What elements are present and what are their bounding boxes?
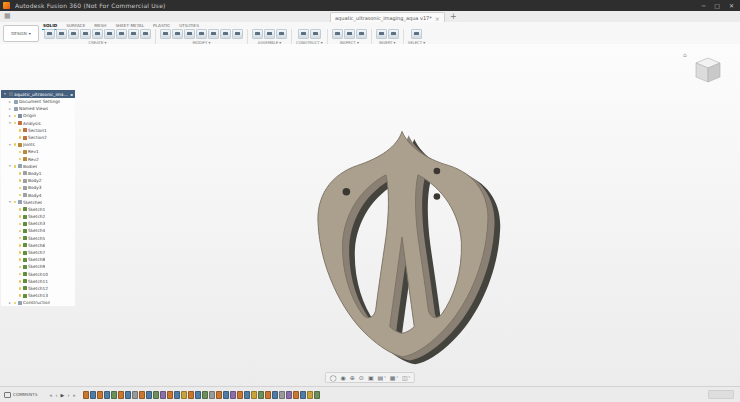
create-form-icon[interactable] — [68, 29, 79, 39]
extrude-icon[interactable] — [80, 29, 91, 39]
display-settings-icon[interactable]: ▤▾ — [378, 374, 386, 381]
step-back-button[interactable]: ‹ — [56, 391, 58, 399]
browser-item-document-settings[interactable]: ▸Document Settings — [1, 98, 75, 105]
viewport-canvas[interactable]: ⌂ ▾aquatic_ultrasonic_imaging_aqua v17▪▸… — [0, 44, 740, 387]
visibility-bulb-icon[interactable] — [19, 237, 22, 240]
visibility-bulb-icon[interactable] — [19, 208, 22, 211]
home-view-icon[interactable]: ⌂ — [683, 51, 687, 58]
browser-item-sketches[interactable]: ▾Sketches — [1, 199, 75, 206]
sweep-icon[interactable] — [104, 29, 115, 39]
browser-item-sketch9[interactable]: Sketch9 — [1, 263, 75, 270]
timeline-feature-extrude[interactable] — [90, 391, 96, 399]
hole-icon[interactable] — [128, 29, 139, 39]
select-icon[interactable] — [411, 29, 422, 39]
step-forward-button[interactable]: › — [67, 391, 69, 399]
browser-item-aquatic-ultrasonic-imaging-aqua-v17[interactable]: ▾aquatic_ultrasonic_imaging_aqua v17▪ — [1, 90, 75, 98]
maximize-button[interactable]: □ — [714, 2, 720, 9]
expand-caret-icon[interactable]: ▾ — [8, 143, 12, 147]
browser-item-sketch13[interactable]: Sketch13 — [1, 292, 75, 299]
browser-item-sketch4[interactable]: Sketch4 — [1, 227, 75, 234]
visibility-bulb-icon[interactable] — [14, 122, 17, 125]
visibility-bulb-icon[interactable] — [14, 115, 17, 118]
timeline-feature-hole[interactable] — [160, 391, 166, 399]
shell-icon[interactable] — [184, 29, 195, 39]
timeline-feature-sketch[interactable] — [188, 391, 194, 399]
visibility-bulb-icon[interactable] — [19, 273, 22, 276]
expand-caret-icon[interactable]: ▸ — [8, 114, 12, 118]
visibility-bulb-icon[interactable] — [19, 194, 22, 197]
rigid-group-icon[interactable] — [276, 29, 287, 39]
expand-caret-icon[interactable]: ▾ — [8, 164, 12, 168]
visibility-bulb-icon[interactable] — [19, 230, 22, 233]
timeline-feature-sketch[interactable] — [83, 391, 89, 399]
browser-item-sketch6[interactable]: Sketch6 — [1, 242, 75, 249]
timeline-feature-extrude[interactable] — [146, 391, 152, 399]
visibility-bulb-icon[interactable] — [19, 280, 22, 283]
visibility-bulb-icon[interactable] — [14, 201, 17, 204]
browser-item-section2[interactable]: Section2 — [1, 134, 75, 141]
timeline-feature-extrude[interactable] — [174, 391, 180, 399]
timeline-feature-combine[interactable] — [132, 391, 138, 399]
browser-item-rev1[interactable]: Rev1 — [1, 148, 75, 155]
timeline-feature-extrude[interactable] — [272, 391, 278, 399]
visibility-bulb-icon[interactable] — [19, 251, 22, 254]
browser-item-sketch8[interactable]: Sketch8 — [1, 256, 75, 263]
timeline-feature-sketch[interactable] — [293, 391, 299, 399]
comments-button[interactable]: COMMENTS — [4, 392, 37, 398]
timeline-feature-fillet[interactable] — [202, 391, 208, 399]
visibility-bulb-icon[interactable] — [14, 143, 17, 146]
browser-item-sketch12[interactable]: Sketch12 — [1, 285, 75, 292]
visibility-bulb-icon[interactable] — [19, 287, 22, 290]
visibility-bulb-icon[interactable] — [19, 136, 22, 139]
expand-caret-icon[interactable]: ▸ — [8, 107, 12, 111]
timeline-feature-joint[interactable] — [307, 391, 313, 399]
browser-item-joints[interactable]: ▾Joints — [1, 141, 75, 148]
insert-mesh-icon[interactable] — [388, 29, 399, 39]
visibility-bulb-icon[interactable] — [19, 223, 22, 226]
minimize-button[interactable]: ─ — [702, 2, 706, 9]
orbit-icon[interactable]: ◯ — [330, 374, 337, 381]
browser-item-sketch2[interactable]: Sketch2 — [1, 213, 75, 220]
timeline-zoom-handle[interactable] — [708, 390, 734, 399]
loft-icon[interactable] — [116, 29, 127, 39]
model-3d-view[interactable] — [303, 122, 501, 370]
new-component-icon[interactable] — [252, 29, 263, 39]
zoom-icon[interactable]: ⊙ — [359, 374, 364, 381]
timeline-feature-fillet[interactable] — [111, 391, 117, 399]
timeline-feature-fillet[interactable] — [258, 391, 264, 399]
timeline-feature-extrude[interactable] — [125, 391, 131, 399]
measure-icon[interactable] — [332, 29, 343, 39]
timeline-feature-extrude[interactable] — [195, 391, 201, 399]
pan-icon[interactable]: ⊕ — [350, 374, 355, 381]
expand-caret-icon[interactable]: ▸ — [8, 301, 12, 305]
split-body-icon[interactable] — [208, 29, 219, 39]
visibility-bulb-icon[interactable] — [14, 165, 17, 168]
visibility-bulb-icon[interactable] — [19, 258, 22, 261]
browser-item-body2[interactable]: Body2 — [1, 177, 75, 184]
offset-plane-icon[interactable] — [298, 29, 309, 39]
browser-item-section1[interactable]: Section1 — [1, 127, 75, 134]
timeline-feature-fillet[interactable] — [153, 391, 159, 399]
timeline-feature-fillet[interactable] — [314, 391, 320, 399]
close-button[interactable]: ✕ — [729, 2, 734, 9]
visibility-bulb-icon[interactable] — [19, 244, 22, 247]
visibility-bulb-icon[interactable] — [19, 151, 22, 154]
change-parameters-icon[interactable] — [232, 29, 243, 39]
browser-item-body3[interactable]: Body3 — [1, 184, 75, 191]
timeline-feature-sketch[interactable] — [139, 391, 145, 399]
timeline-feature-sketch[interactable] — [265, 391, 271, 399]
browser-item-body1[interactable]: Body1 — [1, 170, 75, 177]
visibility-bulb-icon[interactable] — [19, 187, 22, 190]
browser-item-construction[interactable]: ▸Construction — [1, 299, 75, 306]
grid-and-snaps-icon[interactable]: ▦▾ — [390, 374, 398, 381]
timeline-feature-extrude[interactable] — [300, 391, 306, 399]
timeline-feature-extrude[interactable] — [223, 391, 229, 399]
visibility-bulb-icon[interactable] — [19, 158, 22, 161]
pattern-icon[interactable] — [140, 29, 151, 39]
timeline-feature-combine[interactable] — [279, 391, 285, 399]
insert-derive-icon[interactable] — [376, 29, 387, 39]
browser-item-sketch7[interactable]: Sketch7 — [1, 249, 75, 256]
browser-item-sketch5[interactable]: Sketch5 — [1, 235, 75, 242]
go-to-start-button[interactable]: « — [49, 391, 52, 399]
timeline-feature-extrude[interactable] — [244, 391, 250, 399]
